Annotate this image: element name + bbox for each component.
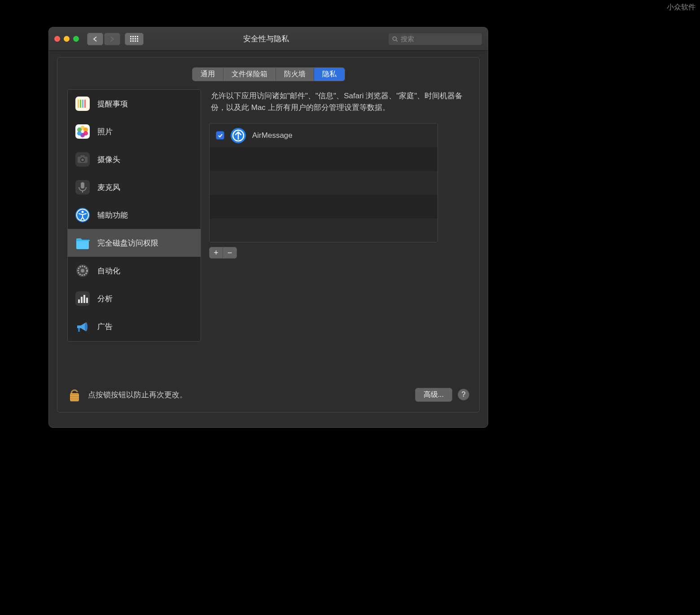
detail-pane: 允许以下应用访问诸如"邮件"、"信息"、Safari 浏览器、"家庭"、时间机器… [209,89,469,342]
svg-rect-11 [137,40,138,42]
nav-buttons [87,33,120,45]
svg-rect-17 [82,100,83,108]
sidebar-item-photos[interactable]: 照片 [68,118,201,145]
advanced-button[interactable]: 高级... [415,388,452,402]
tab-filevault[interactable]: 文件保险箱 [223,68,276,81]
airmessage-icon [230,127,247,144]
privacy-content: 提醒事项 照片 摄像头 [67,89,469,342]
svg-rect-42 [78,299,80,303]
sidebar-item-label: 照片 [97,127,113,137]
svg-rect-10 [135,40,136,42]
minimize-button[interactable] [64,36,70,42]
svg-rect-43 [81,297,83,303]
svg-rect-16 [80,100,81,108]
sidebar-item-automation[interactable]: 自动化 [68,257,201,285]
app-row-empty [210,171,438,195]
preferences-panel: 通用 文件保险箱 防火墙 隐私 提醒事项 照片 [57,57,480,413]
folder-icon [74,234,91,251]
sidebar-item-label: 自动化 [97,266,120,276]
svg-rect-15 [78,100,79,108]
sidebar-item-label: 广告 [97,321,113,332]
reminders-icon [74,95,91,112]
app-row-empty [210,147,438,171]
svg-rect-33 [81,182,84,189]
lock-icon[interactable] [67,385,82,404]
app-checkbox[interactable] [216,131,224,140]
ads-icon [74,318,91,335]
add-button[interactable]: + [210,247,223,258]
svg-rect-53 [70,398,79,399]
svg-rect-45 [86,298,88,303]
tab-general[interactable]: 通用 [192,68,223,81]
svg-line-13 [396,40,398,41]
close-button[interactable] [54,36,60,42]
privacy-sidebar: 提醒事项 照片 摄像头 [67,89,201,342]
sidebar-item-reminders[interactable]: 提醒事项 [68,90,201,118]
app-row[interactable]: AirMessage [210,123,438,147]
footer: 点按锁按钮以防止再次更改。 高级... ? [67,385,469,404]
sidebar-item-label: 分析 [97,294,113,304]
app-row-empty [210,219,438,242]
titlebar: 安全性与隐私 [49,27,488,51]
camera-icon [74,151,91,168]
sidebar-item-analytics[interactable]: 分析 [68,285,201,312]
app-row-empty [210,195,438,219]
show-all-button[interactable] [125,33,144,45]
remove-button[interactable]: − [223,247,236,258]
forward-button[interactable] [104,33,120,45]
svg-rect-5 [132,38,134,40]
svg-rect-9 [132,40,134,42]
sidebar-item-label: 完全磁盘访问权限 [97,238,158,248]
search-input[interactable] [401,35,478,43]
lock-area: 点按锁按钮以防止再次更改。 [67,385,187,404]
svg-rect-1 [132,36,134,37]
app-name: AirMessage [252,131,293,140]
sidebar-item-label: 辅助功能 [97,210,128,220]
svg-point-26 [77,127,82,132]
search-field[interactable] [388,33,482,45]
sidebar-item-full-disk-access[interactable]: 完全磁盘访问权限 [68,229,201,257]
svg-point-46 [85,322,88,331]
svg-rect-51 [70,394,79,395]
zoom-button[interactable] [73,36,79,42]
sidebar-item-accessibility[interactable]: 辅助功能 [68,201,201,229]
analytics-icon [74,290,91,307]
tab-bar: 通用 文件保险箱 防火墙 隐私 [57,67,479,81]
traffic-lights [54,36,79,42]
back-button[interactable] [87,33,103,45]
tab-privacy[interactable]: 隐私 [314,68,345,81]
accessibility-icon [74,206,91,224]
add-remove-buttons: + − [209,247,237,259]
svg-rect-6 [135,38,136,40]
description-text: 允许以下应用访问诸如"邮件"、"信息"、Safari 浏览器、"家庭"、时间机器… [209,89,469,113]
svg-rect-4 [130,38,131,40]
svg-rect-7 [137,38,138,40]
sidebar-item-label: 摄像头 [97,154,120,165]
microphone-icon [74,179,91,196]
sidebar-item-label: 提醒事项 [97,99,128,109]
svg-rect-31 [80,155,85,157]
sidebar-item-microphone[interactable]: 麦克风 [68,173,201,201]
svg-rect-47 [78,328,80,332]
search-icon [392,36,398,42]
window-title: 安全性与隐私 [148,34,384,44]
app-list: AirMessage [209,123,438,242]
svg-rect-8 [130,40,131,42]
svg-rect-44 [83,295,85,303]
sidebar-item-advertising[interactable]: 广告 [68,312,201,340]
svg-point-12 [393,37,396,40]
gear-icon [74,262,91,279]
svg-point-40 [81,269,84,272]
lock-text: 点按锁按钮以防止再次更改。 [88,390,187,400]
photos-icon [74,123,91,140]
svg-rect-0 [130,36,131,37]
sidebar-item-camera[interactable]: 摄像头 [68,145,201,173]
svg-rect-18 [84,100,86,108]
system-preferences-window: 安全性与隐私 通用 文件保险箱 防火墙 隐私 提醒事项 [48,27,488,428]
svg-rect-3 [137,36,138,37]
help-button[interactable]: ? [458,389,469,400]
tab-firewall[interactable]: 防火墙 [276,68,314,81]
watermark-text: 小众软件 [667,3,696,12]
svg-rect-54 [70,400,79,400]
svg-rect-52 [70,396,79,397]
